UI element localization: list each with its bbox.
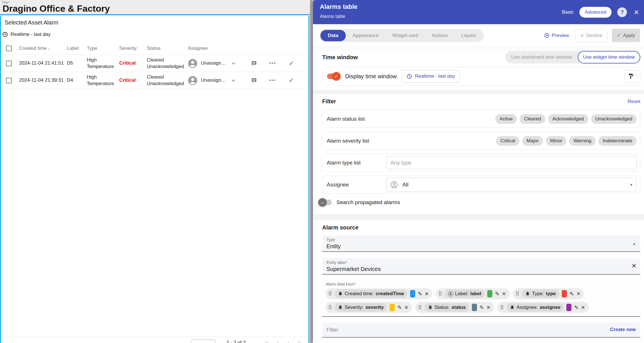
row-checkbox[interactable] bbox=[6, 78, 12, 83]
edit-key-icon[interactable]: ✎ bbox=[574, 304, 579, 311]
tab-widget-card[interactable]: Widget card bbox=[386, 33, 425, 38]
remove-key-icon[interactable]: × bbox=[404, 304, 408, 311]
tab-actions[interactable]: Actions bbox=[425, 33, 454, 38]
key-color-swatch[interactable] bbox=[472, 304, 477, 311]
severity-chip-major[interactable]: Major bbox=[522, 136, 543, 146]
timewindow-style-button[interactable] bbox=[624, 70, 637, 83]
status-chip-acknowledged[interactable]: Acknowledged bbox=[548, 114, 588, 124]
key-color-swatch[interactable] bbox=[562, 290, 567, 297]
assignee-select[interactable]: Unassign… bbox=[188, 59, 249, 68]
alarm-row[interactable]: 2024-11-04 21:39:31 D4 High Temperature … bbox=[1, 72, 308, 89]
table-paginator: 1 - 2 of 2 ‹‹ ‹ › ›› bbox=[1, 337, 308, 343]
page-size-select[interactable] bbox=[191, 340, 215, 343]
column-status[interactable]: Status bbox=[147, 46, 188, 51]
severity-chip-minor[interactable]: Minor bbox=[546, 136, 567, 146]
key-name: label bbox=[470, 291, 481, 297]
alarm-filter-field[interactable]: Filter Create new bbox=[322, 323, 640, 338]
column-created-time[interactable]: Created time↓ bbox=[19, 46, 67, 51]
entity-alias-field[interactable]: Entity alias* Supermarket Devices × bbox=[322, 258, 640, 275]
remove-key-icon[interactable]: × bbox=[577, 291, 580, 297]
drag-handle-icon[interactable]: ⠿ bbox=[328, 304, 332, 311]
last-page-icon[interactable]: ›› bbox=[298, 340, 301, 343]
prev-page-icon[interactable]: ‹ bbox=[277, 340, 279, 343]
tab-appearance[interactable]: Appearance bbox=[346, 33, 386, 38]
tab-layout[interactable]: Layout bbox=[454, 33, 483, 38]
column-label[interactable]: Label bbox=[67, 46, 87, 51]
edit-key-icon[interactable]: ✎ bbox=[397, 304, 402, 311]
dashboard-title-input[interactable] bbox=[3, 3, 287, 14]
decline-button[interactable]: × Decline bbox=[575, 29, 607, 42]
data-key-chip[interactable]: ⠿ Type: type ✎ × bbox=[513, 288, 584, 299]
display-timewindow-toggle[interactable]: ✓ bbox=[327, 73, 340, 79]
alarm-details-button[interactable] bbox=[249, 78, 259, 83]
acknowledge-icon[interactable]: ✓ bbox=[286, 76, 297, 85]
drag-handle-icon[interactable]: ⠿ bbox=[438, 291, 442, 297]
create-new-filter-button[interactable]: Create new bbox=[610, 327, 636, 332]
remove-key-icon[interactable]: × bbox=[581, 304, 585, 311]
alarms-widget-preview[interactable]: Selected Asset Alarm Realtime - last day… bbox=[0, 16, 309, 343]
close-icon[interactable]: × bbox=[633, 8, 640, 17]
status-chip-unacknowledged[interactable]: Unacknowledged bbox=[591, 114, 637, 124]
alarm-type-input[interactable] bbox=[386, 156, 637, 169]
column-type[interactable]: Type bbox=[87, 46, 119, 51]
widget-timewindow-button[interactable]: Realtime - last day bbox=[2, 32, 308, 37]
edit-key-icon[interactable]: ✎ bbox=[495, 291, 499, 297]
more-actions-icon[interactable]: ••• bbox=[268, 60, 278, 67]
drag-handle-icon[interactable]: ⠿ bbox=[418, 304, 422, 311]
column-assignee[interactable]: Assignee bbox=[188, 46, 249, 51]
status-chip-cleared[interactable]: Cleared bbox=[520, 114, 545, 124]
next-page-icon[interactable]: › bbox=[287, 340, 289, 343]
clear-alarm-icon[interactable]: ✕ bbox=[305, 58, 309, 68]
data-key-chip[interactable]: ⠿ Status: status ✎ × bbox=[415, 302, 494, 313]
first-page-icon[interactable]: ‹‹ bbox=[265, 340, 269, 343]
use-dashboard-timewindow-button[interactable]: Use dashboard time window bbox=[505, 54, 578, 60]
assignee-select[interactable]: All ▾ bbox=[386, 178, 637, 192]
drag-handle-icon[interactable]: ⠿ bbox=[500, 304, 504, 311]
basic-mode-button[interactable]: Basic bbox=[562, 9, 574, 15]
more-actions-icon[interactable]: ••• bbox=[268, 77, 278, 84]
remove-key-icon[interactable]: × bbox=[487, 304, 490, 311]
edit-key-icon[interactable]: ✎ bbox=[480, 304, 484, 311]
acknowledge-icon[interactable]: ✓ bbox=[286, 59, 297, 68]
toggle-minus-icon: – bbox=[318, 198, 327, 207]
dashboard-title-field[interactable]: Title* bbox=[0, 0, 313, 15]
source-type-select[interactable]: Type Entity ▾ bbox=[322, 235, 640, 252]
drag-handle-icon[interactable]: ⠿ bbox=[328, 291, 332, 297]
alarm-details-button[interactable] bbox=[249, 61, 259, 66]
column-severity[interactable]: Severity bbox=[119, 46, 147, 51]
edit-key-icon[interactable]: ✎ bbox=[418, 291, 422, 297]
assignee-card: Assignee All ▾ bbox=[322, 176, 640, 194]
data-key-chip[interactable]: ⠿ Created time: createdTime ✎ × bbox=[326, 288, 432, 299]
timewindow-value-button[interactable]: Realtime - last day bbox=[402, 70, 460, 83]
search-propagated-toggle[interactable]: – bbox=[319, 200, 332, 205]
clear-alarm-icon[interactable]: ✕ bbox=[305, 75, 309, 85]
apply-button[interactable]: ✓ Apply bbox=[612, 29, 640, 42]
drag-handle-icon[interactable]: ⠿ bbox=[516, 291, 520, 297]
row-checkbox[interactable] bbox=[6, 61, 12, 66]
severity-chip-critical[interactable]: Critical bbox=[496, 136, 519, 146]
help-icon[interactable]: ? bbox=[617, 7, 627, 17]
severity-chip-indeterminate[interactable]: Indeterminate bbox=[598, 136, 637, 146]
key-color-swatch[interactable] bbox=[390, 304, 395, 311]
reset-button[interactable]: Reset bbox=[628, 99, 640, 104]
preview-button[interactable]: Preview bbox=[542, 33, 571, 38]
alarm-row[interactable]: 2024-11-04 21:41:51 D5 High Temperature … bbox=[1, 55, 308, 72]
clear-alias-icon[interactable]: × bbox=[632, 262, 636, 270]
key-color-swatch[interactable] bbox=[410, 290, 415, 297]
data-key-chip[interactable]: ⠿ E Label: label ✎ × bbox=[436, 288, 509, 299]
advanced-mode-button[interactable]: Advanced bbox=[579, 7, 612, 18]
key-color-swatch[interactable] bbox=[487, 290, 492, 297]
data-key-chip[interactable]: ⠿ Assignee: assignee ✎ × bbox=[497, 302, 589, 313]
edit-key-icon[interactable]: ✎ bbox=[569, 291, 574, 297]
severity-chip-warning[interactable]: Warning bbox=[569, 136, 596, 146]
key-color-swatch[interactable] bbox=[566, 304, 571, 311]
remove-key-icon[interactable]: × bbox=[502, 291, 506, 297]
select-all-checkbox[interactable] bbox=[6, 46, 12, 51]
assignee-select[interactable]: Unassign… bbox=[188, 76, 249, 85]
tab-data[interactable]: Data bbox=[320, 30, 346, 41]
caret-down-icon: ▾ bbox=[630, 182, 632, 187]
data-key-chip[interactable]: ⠿ Severity: severity ✎ × bbox=[326, 302, 412, 313]
remove-key-icon[interactable]: × bbox=[425, 291, 429, 297]
status-chip-active[interactable]: Active bbox=[495, 114, 517, 124]
use-widget-timewindow-button[interactable]: Use widget time window bbox=[578, 51, 640, 63]
